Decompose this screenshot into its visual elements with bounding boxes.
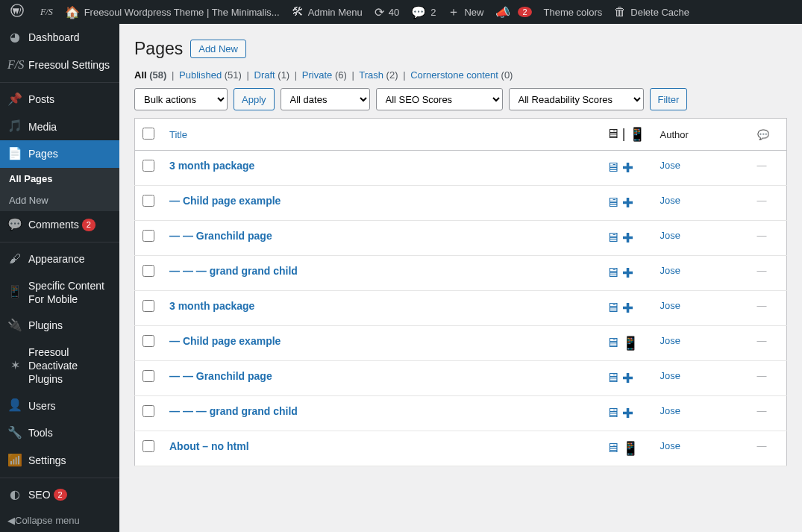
menu-users[interactable]: 👤Users: [0, 392, 119, 419]
menu-specific-content[interactable]: 📱Specific Content For Mobile: [0, 273, 119, 312]
desktop-icon: 🖥: [606, 370, 619, 387]
row-checkbox[interactable]: [142, 195, 154, 207]
device-icons[interactable]: 🖥✚: [606, 265, 645, 281]
view-trash[interactable]: Trash (2): [359, 69, 398, 81]
add-new-button[interactable]: Add New: [190, 40, 246, 58]
delete-cache-label: Delete Cache: [630, 7, 689, 18]
page-header: Pages Add New: [134, 39, 787, 59]
admin-menu-link[interactable]: 🛠Admin Menu: [286, 0, 369, 24]
page-title-link[interactable]: — Child page example: [169, 335, 281, 347]
page-title-link[interactable]: About – no html: [169, 440, 249, 452]
menu-freesoul-deactivate[interactable]: ✶Freesoul Deactivate Plugins: [0, 339, 119, 392]
table-row: — — Granchild page🖥✚Jose—: [135, 221, 787, 256]
menu-tools[interactable]: 🔧Tools: [0, 419, 119, 447]
author-link[interactable]: Jose: [660, 195, 680, 206]
device-icons[interactable]: 🖥✚: [606, 405, 645, 422]
row-checkbox[interactable]: [142, 160, 154, 172]
dates-filter-select[interactable]: All dates: [281, 88, 370, 110]
author-link[interactable]: Jose: [660, 405, 680, 416]
menu-plugins[interactable]: 🔌Plugins: [0, 312, 119, 339]
row-checkbox[interactable]: [142, 370, 154, 382]
page-title-link[interactable]: 3 month package: [169, 160, 254, 172]
view-draft[interactable]: Draft (1): [254, 69, 290, 81]
column-author[interactable]: Author: [653, 119, 750, 151]
collapse-menu[interactable]: ◀Collapse menu: [0, 509, 119, 532]
wp-logo[interactable]: [4, 0, 34, 24]
fs-icon: F/S: [7, 57, 22, 73]
seo-filter-select[interactable]: All SEO Scores: [376, 88, 503, 110]
user-icon: 👤: [7, 398, 22, 413]
updates-link[interactable]: ⟳40: [369, 0, 405, 24]
menu-pages[interactable]: 📄Pages: [0, 140, 119, 168]
row-checkbox[interactable]: [142, 230, 154, 242]
author-link[interactable]: Jose: [660, 265, 680, 276]
mobile-icon: 📱: [622, 335, 639, 351]
view-cornerstone[interactable]: Cornerstone content: [410, 69, 498, 81]
row-checkbox[interactable]: [142, 300, 154, 312]
menu-freesoul-settings[interactable]: F/SFreesoul Settings: [0, 51, 119, 79]
column-title[interactable]: Title: [162, 119, 598, 151]
view-all[interactable]: All (58): [134, 69, 166, 81]
comment-icon: 💬: [7, 217, 22, 233]
select-all-checkbox[interactable]: [142, 128, 154, 140]
menu-media[interactable]: 🎵Media: [0, 113, 119, 140]
desktop-icon: 🖥: [606, 405, 619, 422]
device-icons[interactable]: 🖥✚: [606, 230, 645, 246]
bulk-actions-select[interactable]: Bulk actions: [134, 88, 228, 110]
device-icons[interactable]: 🖥✚: [606, 195, 645, 211]
column-comments[interactable]: 💬: [750, 119, 787, 151]
device-icons[interactable]: 🖥✚: [606, 160, 645, 176]
author-link[interactable]: Jose: [660, 370, 680, 381]
page-title-link[interactable]: — — Granchild page: [169, 230, 272, 242]
author-link[interactable]: Jose: [660, 160, 680, 171]
device-icons[interactable]: 🖥📱: [606, 335, 645, 351]
fs-logo-bar[interactable]: F/S: [34, 0, 59, 24]
admin-menu-label: Admin Menu: [308, 7, 363, 18]
menu-comments[interactable]: 💬Comments2: [0, 211, 119, 239]
page-title-link[interactable]: — — Granchild page: [169, 370, 272, 382]
notices-link[interactable]: 📣2: [489, 0, 537, 24]
new-link[interactable]: ＋New: [442, 0, 489, 24]
page-title-link[interactable]: 3 month package: [169, 300, 254, 312]
menu-seo[interactable]: ◐SEO2: [0, 481, 119, 509]
sliders-icon: 📶: [7, 453, 22, 469]
device-icons[interactable]: 🖥✚: [606, 370, 645, 387]
submenu-all-pages[interactable]: All Pages: [0, 168, 119, 190]
site-name-link[interactable]: 🏠Freesoul Wordpress Theme | The Minimali…: [59, 0, 286, 24]
view-published[interactable]: Published (51): [179, 69, 242, 81]
page-title-link[interactable]: — — — grand grand child: [169, 265, 298, 277]
row-checkbox[interactable]: [142, 335, 154, 347]
view-private[interactable]: Private (6): [302, 69, 347, 81]
device-icons[interactable]: 🖥📱: [606, 440, 645, 457]
menu-appearance-label: Appearance: [28, 252, 85, 266]
row-checkbox[interactable]: [142, 405, 154, 417]
page-title-link[interactable]: — Child page example: [169, 195, 281, 207]
mobile-icon: 📱: [629, 126, 645, 143]
submenu-add-new[interactable]: Add New: [0, 190, 119, 211]
menu-tools-label: Tools: [28, 426, 53, 439]
delete-cache-link[interactable]: 🗑Delete Cache: [608, 0, 695, 24]
author-link[interactable]: Jose: [660, 300, 680, 311]
row-checkbox[interactable]: [142, 440, 154, 452]
pin-icon: 📌: [7, 92, 22, 107]
menu-posts[interactable]: 📌Posts: [0, 86, 119, 113]
row-checkbox[interactable]: [142, 265, 154, 277]
column-device: 🖥|📱: [598, 119, 653, 151]
menu-settings[interactable]: 📶Settings: [0, 447, 119, 475]
menu-appearance[interactable]: 🖌Appearance: [0, 245, 119, 273]
theme-colors-link[interactable]: Theme colors: [538, 0, 609, 24]
author-link[interactable]: Jose: [660, 440, 680, 451]
device-icons[interactable]: 🖥✚: [606, 300, 645, 316]
apply-button[interactable]: Apply: [234, 88, 275, 110]
plus-icon: ✚: [622, 160, 633, 176]
menu-dashboard[interactable]: ◕Dashboard: [0, 24, 119, 51]
comment-icon: 💬: [757, 129, 769, 140]
readability-filter-select[interactable]: All Readability Scores: [509, 88, 644, 110]
author-link[interactable]: Jose: [660, 230, 680, 241]
filter-button[interactable]: Filter: [650, 88, 688, 110]
page-title-link[interactable]: — — — grand grand child: [169, 405, 298, 417]
menu-posts-label: Posts: [28, 93, 54, 106]
author-link[interactable]: Jose: [660, 335, 680, 346]
table-row: — — — grand grand child🖥✚Jose—: [135, 396, 787, 431]
comments-link[interactable]: 💬2: [405, 0, 442, 24]
